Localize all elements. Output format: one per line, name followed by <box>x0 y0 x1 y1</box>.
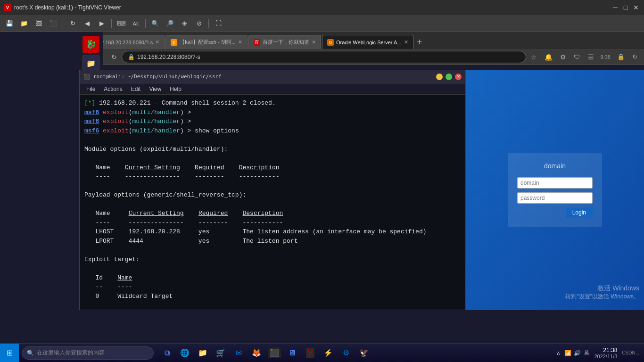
mail-icon: ✉ <box>236 348 242 357</box>
new-tab-btn[interactable]: + <box>414 35 425 49</box>
nav-refresh-btn[interactable]: ↻ <box>108 51 120 63</box>
task-view-icon: ⧉ <box>165 349 170 357</box>
tb-keyboard-btn[interactable]: ⌨ <box>115 17 128 30</box>
vnc-controls: ─ □ ✕ <box>611 3 640 12</box>
tb-open-btn[interactable]: 📁 <box>17 17 31 30</box>
terminal-minimize-btn[interactable] <box>436 74 443 80</box>
taskbar-app-eagle[interactable]: 🦅 <box>355 345 372 362</box>
network-icon[interactable]: 📶 <box>564 349 571 357</box>
ff-icon-3[interactable]: 🛡 <box>571 51 583 63</box>
term-table2-header: Name Current Setting Required Descriptio… <box>84 209 461 218</box>
tb-zoom-in-btn[interactable]: 🔎 <box>163 17 176 30</box>
menu-view[interactable]: View <box>145 85 165 93</box>
ff-refresh2-btn[interactable]: ↻ <box>629 51 640 62</box>
domain-input[interactable] <box>517 177 593 189</box>
term-table3-sep: -- ---- <box>84 282 461 292</box>
tb-zoom-fit-btn[interactable]: ⊕ <box>178 17 191 30</box>
tab-baidu-close[interactable]: ✕ <box>312 39 316 45</box>
weblogic-panel: domain Login <box>508 153 602 227</box>
address-bar[interactable]: 🔒 192.168.20.228:8080/?-s <box>122 51 526 63</box>
taskbar-search[interactable]: 🔍 在这里输入你要搜索的内容 <box>22 346 154 360</box>
terminal-title-left: ⬛ root@kali: ~/Desktop/vulhub/weblogic/s… <box>83 74 222 80</box>
tab-ssh[interactable]: K 【kali】配置ssh - 胡阿... ✕ <box>165 35 248 49</box>
term-line-blank5 <box>84 246 461 255</box>
ime-icon[interactable]: 英 <box>583 349 590 357</box>
tb-back-btn[interactable]: ◀ <box>81 17 94 30</box>
tab-baidu[interactable]: 百 百度一下，你就知道 ✕ <box>248 35 321 49</box>
terminal-icon: ⬛ <box>268 347 281 358</box>
tab-baidu-label: 百度一下，你就知道 <box>263 39 309 46</box>
tab-weblogic-label: Oracle WebLogic Server A... <box>336 40 402 45</box>
login-button[interactable]: Login <box>566 207 593 218</box>
taskbar-app-mail[interactable]: ✉ <box>230 345 247 362</box>
firefox-tabbar: K 192.168.20.228:8080/?-s ✕ K 【kali】配置ss… <box>79 32 644 65</box>
browser-content-panel: domain Login 激活 Windows 转到"设置"以激活 Window… <box>466 70 644 310</box>
taskbar-app-settings[interactable]: ⚙ <box>338 345 355 362</box>
kali-dragon-icon[interactable]: 🐉 <box>83 36 99 53</box>
vnc-maximize-btn[interactable]: □ <box>621 3 630 12</box>
taskbar-app-vnc[interactable]: V <box>302 345 319 362</box>
tb-refresh-btn[interactable]: ↻ <box>66 17 79 30</box>
tab-kali-close[interactable]: ✕ <box>155 39 159 45</box>
edge-icon: 🌐 <box>180 348 190 357</box>
taskbar-app-edge[interactable]: 🌐 <box>176 345 193 362</box>
ff-icon-2[interactable]: ⚙ <box>557 51 569 63</box>
taskbar-app-explorer[interactable]: 📁 <box>194 345 211 362</box>
domain-label: domain <box>517 162 593 170</box>
tab-weblogic-close[interactable]: ✕ <box>404 39 408 45</box>
tab-ssh-close[interactable]: ✕ <box>238 39 242 45</box>
tb-zoom-reset-btn[interactable]: ⊘ <box>192 17 206 30</box>
menu-icon[interactable]: ☰ <box>585 51 597 63</box>
taskbar-app-monitor[interactable]: 🖥 <box>284 345 301 362</box>
vnc-minimize-btn[interactable]: ─ <box>611 3 619 12</box>
kali-files-icon[interactable]: 📁 <box>83 55 99 72</box>
lock-icon: 🔒 <box>128 54 135 60</box>
tab-kali-label: 192.168.20.228:8080/?-s <box>95 40 153 45</box>
term-table1-sep: ---- --------------- -------- ----------… <box>84 172 461 181</box>
system-clock[interactable]: 21:38 2022/11/3 <box>594 347 617 359</box>
taskbar-app-store[interactable]: 🛒 <box>212 345 229 362</box>
taskbar-app-flash[interactable]: ⚡ <box>320 345 337 362</box>
tb-screenshot-btn[interactable]: 🖼 <box>32 17 45 30</box>
taskbar-app-terminal[interactable]: ⬛ <box>266 345 283 362</box>
tab-weblogic[interactable]: O Oracle WebLogic Server A... ✕ <box>322 35 413 49</box>
ff-profile-btn[interactable]: 🔒 <box>614 51 627 62</box>
tray-up-icon[interactable]: ∧ <box>554 349 562 357</box>
firefox-icon: 🦊 <box>252 348 261 357</box>
tb-zoom-out-btn[interactable]: 🔍 <box>149 17 162 30</box>
terminal-titlebar: ⬛ root@kali: ~/Desktop/vulhub/weblogic/s… <box>80 70 465 83</box>
terminal-maximize-btn[interactable] <box>446 74 452 80</box>
tb-fullscreen-btn[interactable]: ⛶ <box>212 17 225 30</box>
menu-edit[interactable]: Edit <box>127 85 145 93</box>
volume-icon[interactable]: 🔊 <box>573 349 581 357</box>
terminal-title-text: root@kali: ~/Desktop/vulhub/weblogic/ssr… <box>93 74 222 80</box>
term-table3-header: Id Name <box>84 273 461 283</box>
tab-row: K 192.168.20.228:8080/?-s ✕ K 【kali】配置ss… <box>79 32 644 49</box>
terminal-body[interactable]: [*] 192.168.20.221 - Command shell sessi… <box>80 95 465 310</box>
tb-screen-btn[interactable]: ⬛ <box>47 17 60 30</box>
terminal-close-btn[interactable]: ✕ <box>455 74 462 80</box>
taskbar-app-task-view[interactable]: ⧉ <box>158 345 175 362</box>
activate-text: 激活 Windows 转到"设置"以激活 Windows。 <box>565 284 639 301</box>
taskbar-app-firefox[interactable]: 🦊 <box>248 345 265 362</box>
vnc-close-btn[interactable]: ✕ <box>632 3 640 12</box>
menu-file[interactable]: File <box>83 85 99 93</box>
store-icon: 🛒 <box>216 348 225 357</box>
tb-forward-btn[interactable]: ▶ <box>95 17 108 30</box>
bookmark-icon[interactable]: ☆ <box>528 51 540 63</box>
tb-alt-btn[interactable]: Alt <box>129 17 142 30</box>
term-line-blank3 <box>84 181 461 191</box>
menu-help[interactable]: Help <box>166 85 185 93</box>
taskbar-right: ∧ 📶 🔊 英 21:38 2022/11/3 CSDN... <box>554 347 644 359</box>
term-line-blank1 <box>84 135 461 145</box>
taskbar: ⊞ 🔍 在这里输入你要搜索的内容 ⧉ 🌐 📁 🛒 ✉ 🦊 ⬛ 🖥 V <box>0 343 644 362</box>
password-input[interactable] <box>517 192 593 204</box>
toolbar-sep-2 <box>111 19 112 28</box>
start-button[interactable]: ⊞ <box>0 344 19 362</box>
ff-icon-1[interactable]: 🔔 <box>542 51 555 63</box>
menu-actions[interactable]: Actions <box>100 85 126 93</box>
tab-ssh-favicon: K <box>171 39 177 46</box>
tb-save-btn[interactable]: 💾 <box>3 17 16 30</box>
explorer-icon: 📁 <box>198 348 207 357</box>
toolbar-sep-3 <box>145 19 146 28</box>
